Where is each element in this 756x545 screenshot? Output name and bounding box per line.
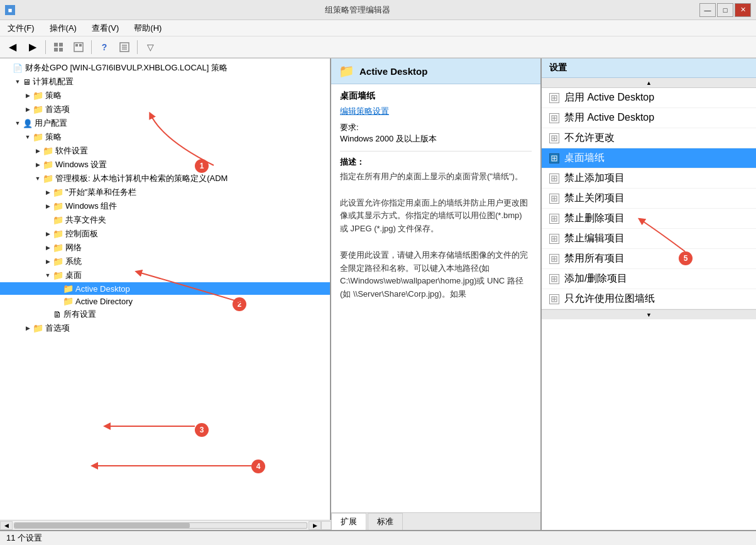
- tree-policy-1[interactable]: ▶ 📁 策略: [0, 89, 330, 102]
- svg-rect-3: [59, 48, 63, 52]
- settings-header: 设置: [542, 58, 756, 78]
- menu-help[interactable]: 帮助(H): [131, 21, 164, 35]
- menu-file[interactable]: 文件(F): [5, 21, 37, 35]
- app-icon: ■: [5, 5, 15, 15]
- tree-policy-1-label: 策略: [45, 90, 62, 101]
- tree-scroll-corner: [321, 521, 331, 530]
- tree-scrollbar[interactable]: ◀ ▶: [0, 520, 331, 530]
- tree-expand-ws: ▶: [33, 162, 43, 168]
- tree-all-settings[interactable]: 🗎 所有设置: [0, 307, 330, 321]
- description-section: 描述： 指定在所有用户的桌面上显示的桌面背景("墙纸")。 此设置允许你指定用桌…: [340, 151, 532, 301]
- settings-icon-nochange: [549, 133, 559, 143]
- settings-item-disableall[interactable]: 禁用所有项目: [542, 249, 756, 269]
- settings-item-noclose[interactable]: 禁止关闭项目: [542, 189, 756, 209]
- settings-label-adddel: 添加/删除项目: [564, 272, 627, 285]
- tree-scrollbar-track[interactable]: [14, 522, 307, 529]
- settings-scroll-up[interactable]: ▲: [542, 78, 756, 88]
- export-button[interactable]: [116, 39, 133, 55]
- minimize-button[interactable]: —: [699, 3, 716, 17]
- tree-policy-2-label: 策略: [45, 131, 62, 143]
- settings-item-adddel[interactable]: 添加/删除项目: [542, 269, 756, 289]
- close-button[interactable]: ✕: [735, 3, 751, 17]
- restore-button[interactable]: □: [717, 3, 733, 17]
- settings-item-noedit[interactable]: 禁止编辑项目: [542, 229, 756, 249]
- settings-item-disable[interactable]: 禁用 Active Desktop: [542, 108, 756, 128]
- svg-rect-2: [54, 48, 58, 52]
- tree-system-label: 系统: [65, 256, 82, 267]
- tree-start-menu-label: "开始"菜单和任务栏: [65, 187, 136, 198]
- tree-active-desktop[interactable]: 📁 Active Desktop: [0, 282, 330, 295]
- tree-control-panel-label: 控制面板: [65, 228, 98, 239]
- filter-button[interactable]: ▽: [141, 39, 159, 55]
- annotation-3: 3: [195, 423, 209, 437]
- tree-system[interactable]: ▶ 📁 系统: [0, 255, 330, 268]
- tree-computer-config-label: 计算机配置: [33, 76, 74, 87]
- title-bar: ■ 组策略管理编辑器 — □ ✕: [0, 0, 756, 20]
- tree-preferences-1-label: 首选项: [45, 104, 70, 115]
- tree-scrollbar-thumb[interactable]: [14, 523, 190, 528]
- settings-icon-enable: [549, 93, 559, 103]
- settings-item-enable[interactable]: 启用 Active Desktop: [542, 88, 756, 108]
- settings-label-noedit: 禁止编辑项目: [564, 232, 625, 245]
- tab-standard[interactable]: 标准: [368, 513, 403, 530]
- wallpaper-link: 编辑策略设置: [340, 106, 532, 117]
- settings-item-bitmaponly[interactable]: 只允许使用位图墙纸: [542, 289, 756, 309]
- settings-label-bitmaponly: 只允许使用位图墙纸: [564, 292, 655, 306]
- tree-expand-policy1: ▶: [23, 92, 33, 99]
- wallpaper-title: 桌面墙纸: [340, 91, 532, 102]
- settings-item-wallpaper[interactable]: 桌面墙纸: [542, 148, 756, 168]
- tree-software-settings-label: 软件设置: [55, 145, 88, 157]
- content-body: 桌面墙纸 编辑策略设置 要求: Windows 2000 及以上版本 描述： 指…: [331, 84, 540, 512]
- tree-expand-desk: ▼: [43, 272, 53, 278]
- tree-preferences-1[interactable]: ▶ 📁 首选项: [0, 102, 330, 116]
- back-button[interactable]: ◀: [4, 39, 21, 55]
- svg-rect-6: [79, 44, 82, 47]
- tree-expand-net: ▶: [43, 245, 53, 251]
- settings-icon-noclose: [549, 194, 559, 204]
- content-header-icon: 📁: [339, 63, 354, 79]
- show-hide-button[interactable]: [50, 39, 67, 55]
- tree-expand-sw: ▶: [33, 148, 43, 154]
- edit-policy-link[interactable]: 编辑策略设置: [340, 106, 389, 116]
- settings-scroll-down[interactable]: ▼: [542, 309, 756, 319]
- forward-button[interactable]: ▶: [24, 39, 41, 55]
- tree-windows-components[interactable]: ▶ 📁 Windows 组件: [0, 199, 330, 213]
- tree-scroll-right[interactable]: ▶: [309, 521, 321, 530]
- tree-desktop-label: 桌面: [65, 270, 82, 281]
- settings-icon-disable: [549, 113, 559, 123]
- settings-item-noadd[interactable]: 禁止添加项目: [542, 168, 756, 189]
- tree-start-menu[interactable]: ▶ 📁 "开始"菜单和任务栏: [0, 185, 330, 199]
- menu-action[interactable]: 操作(A): [47, 21, 79, 35]
- menu-view[interactable]: 查看(V): [89, 21, 121, 35]
- tree-windows-settings[interactable]: ▶ 📁 Windows 设置: [0, 158, 330, 172]
- requirements-section: 要求: Windows 2000 及以上版本: [340, 122, 532, 145]
- tree-user-config[interactable]: ▼ 👤 用户配置: [0, 116, 330, 130]
- tree-scroll-left[interactable]: ◀: [0, 521, 13, 530]
- tree-expand-policy2: ▼: [23, 134, 33, 140]
- arrow-4: [88, 453, 258, 478]
- tree-windows-settings-label: Windows 设置: [55, 159, 107, 170]
- tree-root[interactable]: 📄 财务处GPO [WIN-LG7I6IBVULP.XHBLOG.LOCAL] …: [0, 61, 330, 75]
- tree-desktop[interactable]: ▼ 📁 桌面: [0, 268, 330, 282]
- tree-pane: 📄 财务处GPO [WIN-LG7I6IBVULP.XHBLOG.LOCAL] …: [0, 58, 331, 530]
- tree-control-panel[interactable]: ▶ 📁 控制面板: [0, 227, 330, 241]
- help-button[interactable]: ?: [96, 39, 113, 55]
- tree-preferences-2[interactable]: ▶ 📁 首选项: [0, 321, 330, 335]
- tree-network[interactable]: ▶ 📁 网络: [0, 241, 330, 255]
- tree-shared-folders[interactable]: 📁 共享文件夹: [0, 213, 330, 227]
- settings-item-nochange[interactable]: 不允许更改: [542, 128, 756, 148]
- tab-expand[interactable]: 扩展: [331, 513, 366, 530]
- browse-button[interactable]: [70, 39, 87, 55]
- settings-item-nodel[interactable]: 禁止删除项目: [542, 209, 756, 229]
- window-title: 组策略管理编辑器: [15, 4, 699, 16]
- tree-admin-templates[interactable]: ▼ 📁 管理模板: 从本地计算机中检索的策略定义(ADM: [0, 172, 330, 185]
- tree-computer-config[interactable]: ▼ 🖥 计算机配置: [0, 75, 330, 89]
- tree-policy-2[interactable]: ▼ 📁 策略: [0, 130, 330, 144]
- description-text: 指定在所有用户的桌面上显示的桌面背景("墙纸")。 此设置允许你指定用桌面上的墙…: [340, 170, 532, 301]
- settings-icon-nodel: [549, 214, 559, 224]
- tree-software-settings[interactable]: ▶ 📁 软件设置: [0, 144, 330, 158]
- tree-active-directory[interactable]: 📁 Active Directory: [0, 295, 330, 307]
- settings-label-disable: 禁用 Active Desktop: [564, 111, 654, 124]
- menu-bar: 文件(F) 操作(A) 查看(V) 帮助(H): [0, 20, 756, 36]
- settings-label-disableall: 禁用所有项目: [564, 252, 625, 265]
